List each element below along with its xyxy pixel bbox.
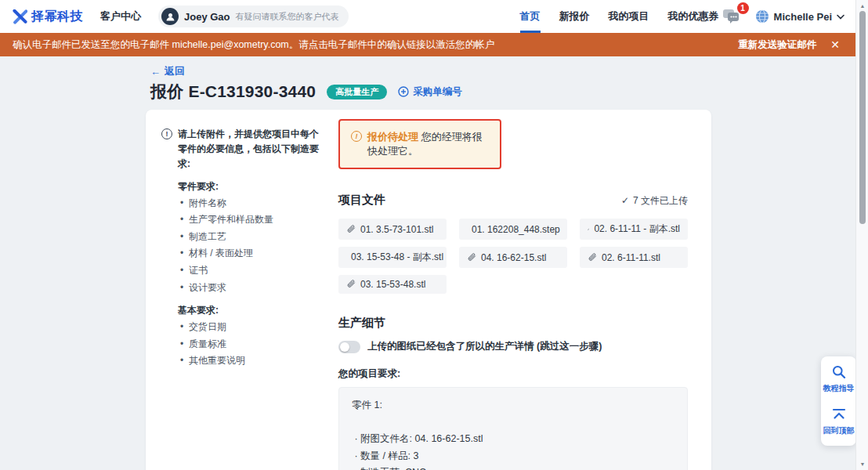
alert-info-icon: ! bbox=[351, 131, 362, 142]
messages-badge: 1 bbox=[737, 2, 749, 14]
file-chip[interactable]: 03. 15-53-48 - 副本.stl bbox=[338, 247, 447, 268]
list-item: 证书 bbox=[180, 262, 320, 280]
banner-text: 确认电子邮件已发送至您的电子邮件 michelle.pei@xometry.co… bbox=[13, 38, 494, 52]
project-requirements-textarea[interactable]: 零件 1: · 附图文件名: 04. 16-62-15.stl · 数量 / 样… bbox=[338, 387, 688, 470]
scrollbar-down-arrow[interactable]: ▼ bbox=[856, 461, 868, 467]
po-link-label: 采购单编号 bbox=[413, 85, 462, 99]
list-item: 材料 / 表面处理 bbox=[180, 245, 320, 262]
paperclip-icon bbox=[588, 253, 597, 262]
arrow-left-icon: ← bbox=[150, 66, 161, 78]
nav-item-home[interactable]: 首页 bbox=[520, 0, 541, 33]
quote-main-column: ! 报价待处理 您的经理将很快处理它。 项目文件 ✓ 7 文件已上传 01. 3… bbox=[338, 119, 688, 470]
main-nav: 首页 新报价 我的项目 我的优惠券 bbox=[520, 0, 719, 33]
quote-pending-alert: ! 报价待处理 您的经理将很快处理它。 bbox=[338, 119, 501, 169]
title-row: 报价 E-C131930-3440 高批量生产 采购单编号 bbox=[150, 81, 462, 103]
nav-item-my-projects[interactable]: 我的项目 bbox=[609, 0, 649, 33]
list-item: 生产零件和样品数量 bbox=[180, 212, 320, 229]
part-requirements-list: 附件名称 生产零件和样品数量 制造工艺 材料 / 表面处理 证书 设计要求 bbox=[180, 195, 320, 297]
part-requirements-heading: 零件要求: bbox=[178, 180, 320, 193]
user-menu[interactable]: Michelle Pei bbox=[755, 9, 844, 24]
paperclip-icon bbox=[346, 225, 356, 234]
agent-contact-pill[interactable]: Joey Gao 有疑问请联系您的客户代表 bbox=[158, 5, 349, 27]
floating-helper-widget: 教程指导 回到顶部 bbox=[821, 356, 856, 446]
agent-name: Joey Gao bbox=[184, 11, 230, 23]
list-item: 设计要求 bbox=[180, 280, 320, 297]
project-files-heading: 项目文件 bbox=[338, 193, 385, 208]
agent-avatar-icon bbox=[161, 8, 179, 25]
paperclip-icon bbox=[588, 225, 589, 234]
list-item: 交货日期 bbox=[180, 319, 320, 336]
scrollbar-up-arrow[interactable]: ▲ bbox=[856, 3, 868, 9]
plus-circle-icon bbox=[398, 86, 409, 97]
check-icon: ✓ bbox=[621, 195, 629, 206]
email-verification-banner: 确认电子邮件已发送至您的电子邮件 michelle.pei@xometry.co… bbox=[0, 33, 855, 56]
file-chip[interactable]: 02. 6-11-11.stl bbox=[580, 247, 688, 268]
files-uploaded-status: ✓ 7 文件已上传 bbox=[621, 194, 688, 208]
file-chip[interactable]: 01. 3.5-73-101.stl bbox=[338, 219, 447, 240]
info-icon: ! bbox=[161, 128, 172, 139]
banner-close-icon[interactable]: ✕ bbox=[830, 39, 840, 50]
tutorial-guide-label: 教程指导 bbox=[823, 383, 855, 394]
po-number-link[interactable]: 采购单编号 bbox=[398, 85, 462, 99]
quote-type-badge: 高批量生产 bbox=[327, 85, 387, 99]
list-item: 质量标准 bbox=[180, 336, 320, 353]
instructions-intro: 请上传附件，并提供您项目中每个零件的必要信息，包括以下制造要求: bbox=[178, 127, 320, 172]
file-chip[interactable]: 03. 15-53-48.stl bbox=[338, 275, 447, 294]
list-item: 制造工艺 bbox=[180, 229, 320, 246]
back-label: 返回 bbox=[165, 64, 185, 78]
file-chip[interactable]: 04. 16-62-15.stl bbox=[459, 247, 567, 268]
basic-requirements-heading: 基本要求: bbox=[178, 304, 320, 317]
page-scrollbar[interactable]: ▲ ▼ bbox=[855, 0, 868, 470]
nav-item-my-coupons[interactable]: 我的优惠券 bbox=[668, 0, 719, 33]
resend-verification-button[interactable]: 重新发送验证邮件 bbox=[738, 38, 816, 52]
file-chip[interactable]: 01. 162208_448.step bbox=[459, 219, 567, 240]
file-chip-grid: 01. 3.5-73-101.stl 01. 162208_448.step 0… bbox=[338, 219, 688, 294]
tutorial-guide-button[interactable]: 教程指导 bbox=[823, 364, 855, 394]
messages-button[interactable]: 1 bbox=[722, 7, 743, 26]
customer-center-link[interactable]: 客户中心 bbox=[100, 9, 141, 24]
quote-card: ! 请上传附件，并提供您项目中每个零件的必要信息，包括以下制造要求: 零件要求:… bbox=[146, 110, 711, 470]
back-to-top-button[interactable]: 回到顶部 bbox=[823, 407, 855, 436]
alert-title: 报价待处理 bbox=[367, 131, 418, 143]
back-to-top-label: 回到顶部 bbox=[823, 425, 855, 436]
scrollbar-thumb[interactable] bbox=[859, 11, 866, 224]
paperclip-icon bbox=[467, 253, 476, 262]
back-link[interactable]: ← 返回 bbox=[150, 64, 185, 78]
brand-name: 择幂科技 bbox=[31, 9, 83, 25]
magnifier-icon bbox=[831, 364, 847, 380]
globe-icon bbox=[755, 9, 769, 24]
alert-content: 报价待处理 您的经理将很快处理它。 bbox=[367, 130, 489, 158]
list-item: 其他重要说明 bbox=[180, 352, 320, 370]
chevron-down-icon bbox=[837, 14, 844, 20]
user-name: Michelle Pei bbox=[774, 11, 832, 23]
files-uploaded-label: 7 文件已上传 bbox=[633, 194, 688, 208]
list-item: 附件名称 bbox=[180, 195, 320, 212]
upload-instructions: ! 请上传附件，并提供您项目中每个零件的必要信息，包括以下制造要求: 零件要求:… bbox=[161, 127, 320, 370]
paperclip-icon bbox=[346, 280, 356, 289]
skip-details-label: 上传的图纸已经包含了所以的生产详情 (跳过这一步骤) bbox=[367, 340, 602, 353]
agent-note: 有疑问请联系您的客户代表 bbox=[236, 11, 339, 23]
brand-x-icon bbox=[13, 9, 27, 24]
page-title: 报价 E-C131930-3440 bbox=[150, 81, 316, 103]
skip-details-toggle[interactable] bbox=[338, 341, 360, 353]
production-details-heading: 生产细节 bbox=[338, 316, 688, 331]
file-chip[interactable]: 02. 6-11-11 - 副本.stl bbox=[580, 219, 688, 240]
toggle-knob bbox=[340, 342, 349, 352]
top-header: 择幂科技 客户中心 Joey Gao 有疑问请联系您的客户代表 首页 新报价 我… bbox=[0, 0, 868, 33]
arrow-to-top-icon bbox=[831, 407, 847, 422]
basic-requirements-list: 交货日期 质量标准 其他重要说明 bbox=[180, 319, 320, 370]
nav-item-new-quote[interactable]: 新报价 bbox=[559, 0, 590, 33]
quote-id: E-C131930-3440 bbox=[188, 82, 316, 100]
project-requirements-label: 您的项目要求: bbox=[338, 367, 688, 381]
brand-logo[interactable]: 择幂科技 bbox=[13, 9, 83, 25]
